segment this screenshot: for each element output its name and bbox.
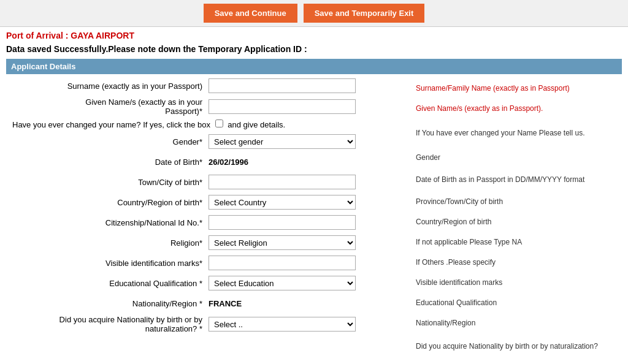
religion-input-wrap: Select Religion Hindu Muslim Christian S…: [209, 235, 411, 250]
dob-row: Date of Birth* 26/02/1996: [6, 153, 411, 170]
town-input[interactable]: [209, 175, 356, 189]
religion-hint: If Others .Please specify: [416, 254, 617, 271]
nationality-value-wrap: FRANCE: [209, 299, 411, 308]
gender-hint-text: Gender: [416, 153, 440, 162]
religion-label: Religion*: [6, 238, 209, 248]
gender-select[interactable]: Select gender Male Female Transgender: [209, 134, 356, 149]
surname-row: Surname (exactly as in your Passport): [6, 77, 411, 94]
surname-input[interactable]: [209, 78, 356, 93]
given-name-input[interactable]: [209, 99, 356, 114]
country-label: Country/Region of birth*: [6, 198, 209, 207]
education-label: Educational Qualification *: [6, 279, 209, 288]
education-hint: Educational Qualification: [416, 294, 617, 311]
dob-value: 26/02/1996: [209, 157, 248, 167]
dob-hint-text: Date of Birth as in Passport in DD/MM/YY…: [416, 175, 584, 184]
dob-value-wrap: 26/02/1996: [209, 157, 411, 167]
visible-marks-input[interactable]: [209, 256, 356, 270]
acquire-nationality-label: Did you acquire Nationality by birth or …: [6, 315, 209, 333]
toolbar: Save and Continue Save and Temporarily E…: [0, 0, 628, 27]
given-name-hint: Given Name/s (exactly as in Passport).: [416, 100, 617, 117]
gender-input-wrap: Select gender Male Female Transgender: [209, 134, 411, 149]
country-input-wrap: Select Country India USA UK France Germa…: [209, 195, 411, 210]
changed-name-hint: If You have ever changed your Name Pleas…: [416, 120, 617, 146]
citizenship-input[interactable]: [209, 215, 356, 230]
town-label: Town/City of birth*: [6, 178, 209, 187]
port-label: Port of Arrival :: [6, 31, 71, 40]
success-message: Data saved Successfully.Please note down…: [6, 44, 622, 54]
given-name-label: Given Name/s (exactly as in yourPassport…: [6, 97, 209, 116]
education-hint-text: Educational Qualification: [416, 298, 497, 307]
changed-name-hint-text: If You have ever changed your Name Pleas…: [416, 129, 585, 137]
education-input-wrap: Select Education Below Matriculation Mat…: [209, 276, 411, 290]
country-hint-text: Country/Region of birth: [416, 218, 491, 226]
form-left: Surname (exactly as in your Passport) Gi…: [6, 74, 411, 363]
save-continue-button[interactable]: Save and Continue: [204, 4, 297, 23]
nationality-row: Nationality/Region * FRANCE: [6, 295, 411, 312]
surname-label: Surname (exactly as in your Passport): [6, 82, 209, 91]
town-hint-text: Province/Town/City of birth: [416, 197, 503, 206]
religion-select[interactable]: Select Religion Hindu Muslim Christian S…: [209, 235, 356, 250]
changed-name-suffix: and give details.: [228, 120, 285, 129]
education-select[interactable]: Select Education Below Matriculation Mat…: [209, 276, 356, 290]
acquire-nationality-hint: Did you acquire Nationality by birth or …: [416, 335, 617, 358]
country-hint: Country/Region of birth: [416, 213, 617, 230]
port-of-arrival: Port of Arrival : GAYA AIRPORT: [6, 31, 622, 40]
acquire-nationality-hint-text: Did you acquire Nationality by birth or …: [416, 342, 598, 351]
visible-marks-hint-text: Visible identification marks: [416, 278, 502, 287]
citizenship-hint: If not applicable Please Type NA: [416, 233, 617, 251]
dob-hint: Date of Birth as in Passport in DD/MM/YY…: [416, 169, 617, 190]
citizenship-hint-text: If not applicable Please Type NA: [416, 238, 522, 246]
town-hint: Province/Town/City of birth: [416, 193, 617, 210]
nationality-value: FRANCE: [209, 299, 242, 308]
country-select[interactable]: Select Country India USA UK France Germa…: [209, 195, 356, 210]
section-header: Applicant Details: [6, 59, 622, 74]
dob-label: Date of Birth*: [6, 157, 209, 167]
page-content: Port of Arrival : GAYA AIRPORT Data save…: [0, 27, 628, 364]
acquire-nationality-input-wrap: Select .. By Birth By Naturalization: [209, 317, 411, 332]
religion-row: Religion* Select Religion Hindu Muslim C…: [6, 234, 411, 251]
changed-name-question: Have you ever changed your name? If yes,…: [6, 119, 411, 129]
religion-hint-text: If Others .Please specify: [416, 258, 496, 267]
visible-marks-row: Visible identification marks*: [6, 254, 411, 271]
country-row: Country/Region of birth* Select Country …: [6, 194, 411, 211]
form-area: Surname (exactly as in your Passport) Gi…: [6, 74, 622, 363]
changed-name-text: Have you ever changed your name? If yes,…: [12, 120, 210, 129]
citizenship-label: Citizenship/National Id No.*: [6, 218, 209, 227]
port-value: GAYA AIRPORT: [71, 31, 134, 40]
gender-label: Gender*: [6, 137, 209, 146]
acquire-nationality-select[interactable]: Select .. By Birth By Naturalization: [209, 317, 356, 332]
surname-hint: Surname/Family Name (exactly as in Passp…: [416, 80, 617, 97]
education-row: Educational Qualification * Select Educa…: [6, 275, 411, 292]
acquire-nationality-row: Did you acquire Nationality by birth or …: [6, 315, 411, 333]
nationality-hint-text: Nationality/Region: [416, 319, 475, 327]
surname-input-wrap: [209, 78, 411, 93]
changed-name-row: Have you ever changed your name? If yes,…: [6, 119, 411, 129]
changed-name-checkbox[interactable]: [215, 119, 223, 127]
gender-row: Gender* Select gender Male Female Transg…: [6, 133, 411, 150]
visible-marks-input-wrap: [209, 256, 411, 270]
hints-column: Surname/Family Name (exactly as in Passp…: [411, 74, 622, 363]
given-name-input-wrap: [209, 99, 411, 114]
gender-hint: Gender: [416, 149, 617, 166]
visible-marks-hint: Visible identification marks: [416, 274, 617, 291]
save-exit-button[interactable]: Save and Temporarily Exit: [304, 4, 425, 23]
surname-hint-text: Surname/Family Name (exactly as in Passp…: [416, 84, 570, 93]
citizenship-row: Citizenship/National Id No.*: [6, 214, 411, 231]
nationality-label: Nationality/Region *: [6, 299, 209, 308]
given-name-hint-text: Given Name/s (exactly as in Passport).: [416, 104, 543, 113]
town-input-wrap: [209, 175, 411, 189]
citizenship-input-wrap: [209, 215, 411, 230]
given-name-row: Given Name/s (exactly as in yourPassport…: [6, 97, 411, 116]
town-row: Town/City of birth*: [6, 173, 411, 191]
nationality-hint: Nationality/Region: [416, 314, 617, 332]
visible-marks-label: Visible identification marks*: [6, 259, 209, 268]
